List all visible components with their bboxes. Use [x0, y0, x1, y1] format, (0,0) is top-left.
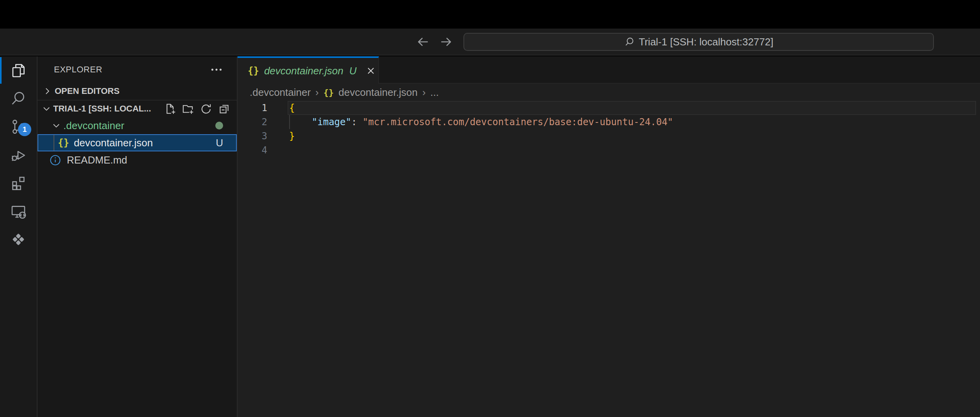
navigate-forward-icon[interactable]	[438, 34, 454, 50]
close-brace: }	[289, 131, 295, 142]
title-bar: Trial-1 [SSH: localhost:32772]	[0, 29, 980, 56]
code-line-2: "image": "mcr.microsoft.com/devcontainer…	[289, 115, 673, 129]
line-number: 4	[238, 143, 289, 157]
open-editors-label: OPEN EDITORS	[55, 86, 120, 96]
activity-bar: 1	[0, 56, 38, 417]
line-number: 1	[238, 101, 289, 115]
macos-menu-bar	[0, 0, 980, 29]
remote-explorer-icon[interactable]	[0, 197, 37, 225]
navigate-back-icon[interactable]	[415, 34, 431, 50]
command-center-text: Trial-1 [SSH: localhost:32772]	[639, 36, 773, 48]
open-brace: {	[289, 102, 295, 113]
tabbar-underline	[379, 83, 980, 84]
code-line-3: }	[289, 129, 295, 143]
indent	[289, 117, 312, 128]
collapse-all-icon[interactable]	[218, 103, 230, 115]
open-editors-section[interactable]: OPEN EDITORS	[38, 83, 237, 100]
info-icon	[49, 154, 61, 166]
sidebar-title: EXPLORER	[54, 65, 209, 75]
workspace-section[interactable]: TRIAL-1 [SSH: LOCAL...	[38, 100, 237, 117]
new-folder-icon[interactable]	[182, 103, 194, 115]
code-line-1: {	[289, 101, 295, 115]
breadcrumb-file[interactable]: devcontainer.json	[338, 86, 417, 99]
breadcrumb-separator: ›	[422, 86, 426, 99]
code-editor[interactable]: 1 2 3 4 { "image": "mcr.microsoft.com/de…	[238, 101, 980, 417]
close-icon[interactable]	[365, 65, 376, 76]
breadcrumb-separator: ›	[315, 86, 319, 99]
sidebar-header: EXPLORER	[38, 56, 237, 83]
colon: :	[351, 117, 363, 128]
extensions-icon[interactable]	[0, 169, 37, 197]
source-control-icon[interactable]: 1	[0, 113, 37, 141]
git-untracked-badge: U	[216, 137, 223, 149]
json-string-value: "mcr.microsoft.com/devcontainers/base:de…	[363, 117, 673, 128]
search-icon	[624, 36, 635, 47]
explorer-sidebar: EXPLORER OPEN EDITORS TRIAL-1 [SSH: LOCA…	[38, 56, 238, 417]
breadcrumb-folder[interactable]: .devcontainer	[250, 86, 311, 99]
json-file-icon: {}	[58, 137, 69, 148]
command-center[interactable]: Trial-1 [SSH: localhost:32772]	[463, 33, 934, 51]
diamond-grid-icon[interactable]	[0, 225, 37, 253]
file-name: README.md	[67, 154, 127, 166]
more-actions-icon[interactable]	[209, 63, 224, 77]
file-name: devcontainer.json	[74, 137, 216, 149]
git-modified-dot	[215, 122, 223, 129]
folder-name: .devcontainer	[63, 120, 124, 132]
chevron-down-icon	[51, 120, 61, 131]
tab-label: devcontainer.json	[264, 65, 343, 77]
chevron-down-icon	[41, 104, 52, 114]
tree-row-devcontainer-json[interactable]: {} devcontainer.json U	[38, 134, 237, 151]
breadcrumb: .devcontainer › {} devcontainer.json › .…	[238, 84, 980, 101]
tree-row-readme[interactable]: README.md	[38, 151, 237, 169]
workspace-label: TRIAL-1 [SSH: LOCAL...	[53, 104, 163, 114]
line-number: 2	[238, 115, 289, 129]
breadcrumb-more[interactable]: ...	[430, 86, 439, 99]
tab-devcontainer-json[interactable]: {} devcontainer.json U	[238, 56, 379, 84]
new-file-icon[interactable]	[164, 103, 176, 115]
source-control-badge: 1	[18, 123, 31, 136]
indent-guide	[54, 135, 54, 151]
chevron-right-icon	[42, 86, 52, 96]
tab-bar: {} devcontainer.json U	[238, 56, 980, 84]
tree-row-devcontainer-folder[interactable]: .devcontainer	[38, 117, 237, 134]
json-file-icon: {}	[324, 88, 334, 97]
current-line-highlight	[288, 101, 976, 115]
run-debug-icon[interactable]	[0, 141, 37, 169]
json-file-icon: {}	[248, 65, 259, 76]
editor-group: {} devcontainer.json U .devcontainer › {…	[238, 56, 980, 417]
tab-git-badge: U	[349, 65, 357, 77]
line-number: 3	[238, 129, 289, 143]
json-key: "image"	[312, 117, 351, 128]
search-icon[interactable]	[0, 84, 37, 113]
refresh-icon[interactable]	[200, 103, 212, 115]
explorer-icon[interactable]	[0, 56, 37, 84]
